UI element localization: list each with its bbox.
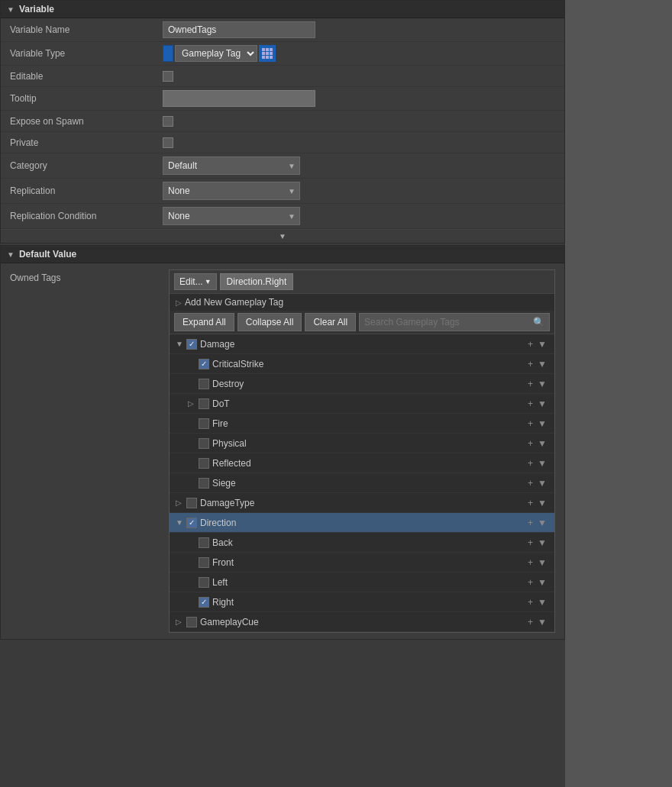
tag-add-btn-front[interactable]: + <box>526 558 535 567</box>
category-dropdown[interactable]: Default <box>163 156 300 175</box>
tag-options-btn-left[interactable]: ▼ <box>536 578 548 587</box>
tag-options-btn-damage_type[interactable]: ▼ <box>536 498 548 508</box>
variable-type-dropdown[interactable]: Gameplay Tag <box>175 45 257 62</box>
tag-checkbox-reflected[interactable] <box>199 458 209 469</box>
tag-checkbox-critical_strike[interactable] <box>199 359 209 369</box>
tag-options-btn-reflected[interactable]: ▼ <box>536 459 548 468</box>
edit-dropdown-button[interactable]: Edit... ▼ <box>174 273 217 290</box>
tag-options-btn-physical[interactable]: ▼ <box>536 439 548 448</box>
tag-item-damage[interactable]: ▼Damage+▼ <box>170 334 554 354</box>
tag-checkbox-damage_type[interactable] <box>186 498 197 508</box>
tag-checkbox-siege[interactable] <box>199 478 209 489</box>
tag-expand-arrow-dot[interactable]: ▷ <box>188 399 199 408</box>
search-gameplay-tags-input[interactable] <box>364 317 533 327</box>
tag-add-btn-gameplay_cue[interactable]: + <box>526 618 535 627</box>
tag-options-btn-destroy[interactable]: ▼ <box>536 379 548 389</box>
tag-options-btn-critical_strike[interactable]: ▼ <box>536 360 548 369</box>
tag-item-damage_type[interactable]: ▷DamageType+▼ <box>170 493 554 513</box>
clear-all-button[interactable]: Clear All <box>305 313 356 331</box>
tag-options-btn-front[interactable]: ▼ <box>536 558 548 567</box>
tag-expand-arrow-direction[interactable]: ▼ <box>176 518 186 527</box>
tag-actions-direction: +▼ <box>526 518 548 527</box>
expand-all-button[interactable]: Expand All <box>174 313 234 331</box>
tag-options-btn-right[interactable]: ▼ <box>536 598 548 607</box>
tag-add-btn-reflected[interactable]: + <box>526 459 535 468</box>
collapse-triangle[interactable]: ▼ <box>7 5 15 14</box>
tag-checkbox-direction[interactable] <box>186 518 197 528</box>
tag-checkbox-gameplay_cue[interactable] <box>186 617 197 627</box>
tag-checkbox-fire[interactable] <box>199 418 209 429</box>
tag-item-siege[interactable]: Siege+▼ <box>170 473 554 493</box>
tag-item-back[interactable]: Back+▼ <box>170 533 554 553</box>
tag-add-btn-left[interactable]: + <box>526 578 535 587</box>
expose-on-spawn-checkbox[interactable] <box>163 116 173 127</box>
tag-add-btn-damage[interactable]: + <box>526 340 535 349</box>
tag-item-right[interactable]: Right+▼ <box>170 592 554 612</box>
tag-options-btn-gameplay_cue[interactable]: ▼ <box>536 618 548 627</box>
tag-actions-back: +▼ <box>526 538 548 547</box>
grid-icon-button[interactable] <box>259 45 276 62</box>
tag-item-direction[interactable]: ▼Direction+▼ <box>170 513 554 533</box>
tag-name-damage_type: DamageType <box>200 498 526 508</box>
tag-checkbox-back[interactable] <box>199 537 209 548</box>
private-checkbox[interactable] <box>163 137 173 148</box>
tag-add-btn-critical_strike[interactable]: + <box>526 360 535 369</box>
tag-add-btn-direction[interactable]: + <box>526 518 535 527</box>
tag-options-btn-direction[interactable]: ▼ <box>536 518 548 527</box>
category-value: Default ▼ <box>163 156 555 175</box>
tag-name-reflected: Reflected <box>212 458 526 469</box>
tag-actions-siege: +▼ <box>526 479 548 488</box>
variable-name-value <box>163 21 555 38</box>
editable-checkbox[interactable] <box>163 71 173 82</box>
tag-add-btn-destroy[interactable]: + <box>526 379 535 389</box>
tag-add-btn-fire[interactable]: + <box>526 419 535 428</box>
variable-name-row: Variable Name <box>1 18 564 42</box>
tag-item-gameplay_cue[interactable]: ▷GameplayCue+▼ <box>170 612 554 632</box>
tag-checkbox-front[interactable] <box>199 557 209 568</box>
tag-add-btn-dot[interactable]: + <box>526 399 535 408</box>
tag-item-dot[interactable]: ▷DoT+▼ <box>170 394 554 414</box>
variable-type-row: Variable Type Gameplay Tag <box>1 42 564 66</box>
tag-item-critical_strike[interactable]: CriticalStrike+▼ <box>170 354 554 374</box>
tag-options-btn-dot[interactable]: ▼ <box>536 399 548 408</box>
tag-expand-arrow-damage_type[interactable]: ▷ <box>176 498 186 507</box>
tag-item-physical[interactable]: Physical+▼ <box>170 434 554 453</box>
tag-expand-arrow-gameplay_cue[interactable]: ▷ <box>176 618 186 626</box>
tag-options-btn-siege[interactable]: ▼ <box>536 479 548 488</box>
tag-checkbox-destroy[interactable] <box>199 379 209 389</box>
tag-name-back: Back <box>212 537 526 548</box>
tag-name-front: Front <box>212 557 526 568</box>
tag-add-btn-damage_type[interactable]: + <box>526 498 535 508</box>
tag-item-reflected[interactable]: Reflected+▼ <box>170 453 554 473</box>
tag-options-btn-damage[interactable]: ▼ <box>536 340 548 349</box>
tag-add-btn-right[interactable]: + <box>526 598 535 607</box>
collapse-all-button[interactable]: Collapse All <box>237 313 302 331</box>
default-value-triangle[interactable]: ▼ <box>7 250 15 259</box>
tag-add-btn-physical[interactable]: + <box>526 439 535 448</box>
replication-value: None ▼ <box>163 182 555 200</box>
tag-options-btn-fire[interactable]: ▼ <box>536 419 548 428</box>
add-gameplay-tag-row[interactable]: ▷ Add New Gameplay Tag <box>170 294 554 311</box>
tag-checkbox-dot[interactable] <box>199 398 209 409</box>
tooltip-input[interactable] <box>163 90 315 107</box>
tag-options-btn-back[interactable]: ▼ <box>536 538 548 547</box>
tag-checkbox-right[interactable] <box>199 597 209 608</box>
tag-checkbox-left[interactable] <box>199 577 209 588</box>
replication-dropdown[interactable]: None <box>163 182 300 200</box>
tag-item-fire[interactable]: Fire+▼ <box>170 414 554 434</box>
edit-button-label: Edit... <box>179 276 203 287</box>
variable-name-input[interactable] <box>163 21 315 38</box>
tag-toolbar: Expand All Collapse All Clear All 🔍 <box>170 311 554 334</box>
tag-add-btn-siege[interactable]: + <box>526 479 535 488</box>
replication-condition-dropdown[interactable]: None <box>163 207 300 225</box>
tag-expand-arrow-damage[interactable]: ▼ <box>176 340 186 348</box>
tag-item-front[interactable]: Front+▼ <box>170 553 554 573</box>
tag-item-destroy[interactable]: Destroy+▼ <box>170 374 554 394</box>
category-label: Category <box>10 160 163 171</box>
tag-checkbox-damage[interactable] <box>186 339 197 350</box>
tag-item-left[interactable]: Left+▼ <box>170 573 554 592</box>
tag-name-damage: Damage <box>200 339 526 350</box>
tag-checkbox-physical[interactable] <box>199 438 209 449</box>
collapse-arrow[interactable]: ▼ <box>279 232 286 240</box>
tag-add-btn-back[interactable]: + <box>526 538 535 547</box>
